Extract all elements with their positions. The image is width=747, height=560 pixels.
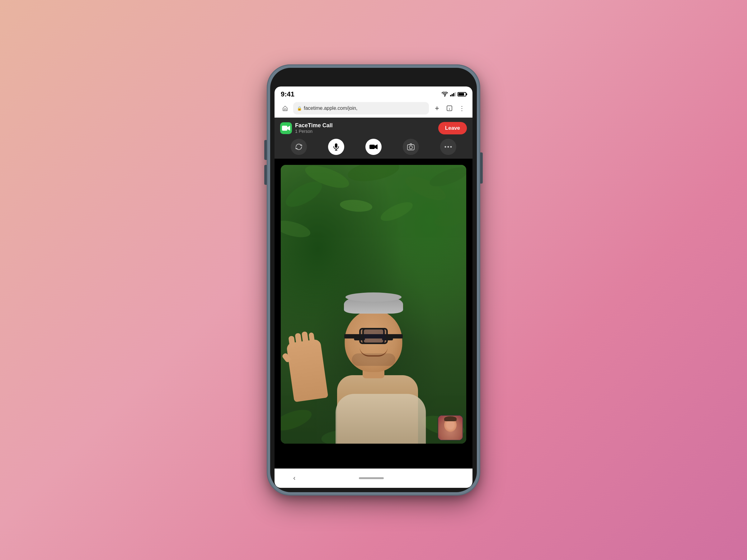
svg-rect-11	[369, 145, 375, 149]
facetime-title-group: FaceTime Call 1 Person	[295, 122, 333, 134]
video-camera-button[interactable]	[365, 139, 382, 155]
svg-rect-4	[455, 92, 456, 97]
self-view-pip[interactable]	[438, 415, 463, 441]
address-bar-row: 🔒 facetime.apple.com/join, + 1 ⋮	[281, 100, 466, 117]
bottom-nav-bar: ‹	[275, 469, 472, 488]
svg-rect-12	[407, 145, 414, 150]
person-hair-top	[345, 292, 402, 302]
svg-point-25	[378, 198, 415, 224]
status-row: 9:41	[281, 89, 466, 100]
snapshot-button[interactable]	[403, 139, 419, 155]
svg-point-13	[409, 146, 412, 149]
video-call-area	[275, 159, 472, 469]
glasses-right-lens	[362, 328, 388, 344]
svg-point-0	[444, 96, 445, 97]
svg-point-14	[445, 146, 446, 148]
browser-more-button[interactable]: ⋮	[458, 104, 466, 113]
facetime-call-subtitle: 1 Person	[295, 129, 333, 134]
tabs-button[interactable]: 1	[445, 104, 454, 113]
address-bar[interactable]: 🔒 facetime.apple.com/join,	[293, 102, 429, 114]
more-options-button[interactable]	[440, 139, 456, 155]
facetime-strip: FaceTime Call 1 Person Leave	[275, 117, 472, 159]
facetime-app-icon	[280, 122, 292, 134]
svg-point-19	[346, 165, 401, 185]
svg-point-15	[447, 146, 449, 148]
battery-icon	[458, 92, 466, 97]
svg-rect-8	[335, 143, 337, 148]
signal-bars-icon	[450, 92, 456, 97]
svg-text:1: 1	[448, 107, 450, 110]
facetime-info: FaceTime Call 1 Person	[280, 122, 333, 134]
facetime-call-title: FaceTime Call	[295, 122, 333, 129]
back-button[interactable]: ‹	[293, 474, 295, 482]
svg-point-26	[281, 406, 314, 435]
svg-rect-1	[450, 95, 451, 97]
svg-rect-2	[452, 94, 453, 97]
phone-screen: 9:41	[275, 86, 472, 488]
facetime-header: FaceTime Call 1 Person Leave	[280, 122, 467, 134]
facetime-controls	[280, 139, 467, 155]
svg-point-16	[450, 146, 452, 148]
lock-icon: 🔒	[297, 106, 302, 111]
power-button[interactable]	[480, 153, 483, 184]
leave-call-button[interactable]: Leave	[438, 122, 467, 134]
volume-down-button[interactable]	[264, 165, 267, 185]
status-icons	[441, 92, 466, 97]
status-time: 9:41	[281, 90, 294, 98]
new-tab-button[interactable]: +	[433, 104, 441, 113]
phone-device: 9:41	[268, 65, 479, 495]
svg-point-23	[433, 205, 466, 230]
phone-inner-frame: 9:41	[270, 68, 477, 492]
svg-point-24	[340, 198, 373, 213]
wifi-icon	[441, 92, 448, 97]
home-pill[interactable]	[359, 477, 384, 479]
volume-up-button[interactable]	[264, 140, 267, 160]
person-jacket	[336, 394, 426, 444]
status-bar-area: 9:41	[275, 86, 472, 117]
svg-rect-3	[453, 93, 455, 97]
svg-point-22	[281, 217, 312, 240]
microphone-button[interactable]	[328, 139, 344, 155]
main-video-feed	[281, 165, 466, 444]
url-text: facetime.apple.com/join,	[304, 105, 425, 111]
browser-home-button[interactable]	[281, 104, 289, 113]
rotate-camera-button[interactable]	[291, 139, 307, 155]
svg-rect-7	[282, 126, 287, 131]
